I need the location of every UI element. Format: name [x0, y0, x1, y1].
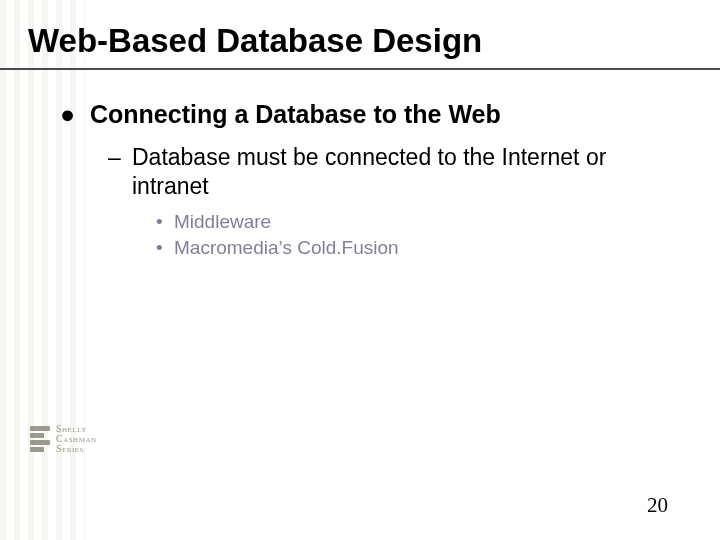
title-underline: [0, 68, 720, 70]
bullet-small-dot-icon: •: [156, 237, 174, 259]
bullet-small-dot-icon: •: [156, 211, 174, 233]
series-logo: Shelly Cashman Series: [30, 424, 97, 454]
logo-text: Shelly Cashman Series: [56, 424, 97, 454]
bullet-level1: ● Connecting a Database to the Web: [60, 100, 680, 129]
slide-content: ● Connecting a Database to the Web – Dat…: [60, 100, 680, 263]
bullet-level3: • Macromedia’s Cold.Fusion: [156, 237, 680, 259]
bullet-level2-text: Database must be connected to the Intern…: [132, 143, 680, 201]
bullet-level1-text: Connecting a Database to the Web: [90, 100, 501, 129]
bullet-level3-text: Macromedia’s Cold.Fusion: [174, 237, 399, 259]
slide-title: Web-Based Database Design: [28, 22, 482, 60]
bullet-level3-text: Middleware: [174, 211, 271, 233]
logo-mark-icon: [30, 426, 50, 452]
bullet-dot-icon: ●: [60, 100, 90, 129]
bullet-level2: – Database must be connected to the Inte…: [108, 143, 680, 201]
bullet-dash-icon: –: [108, 143, 132, 201]
slide: Web-Based Database Design ● Connecting a…: [0, 0, 720, 540]
bullet-level3: • Middleware: [156, 211, 680, 233]
page-number: 20: [647, 493, 668, 518]
logo-line3: Series: [56, 444, 97, 454]
